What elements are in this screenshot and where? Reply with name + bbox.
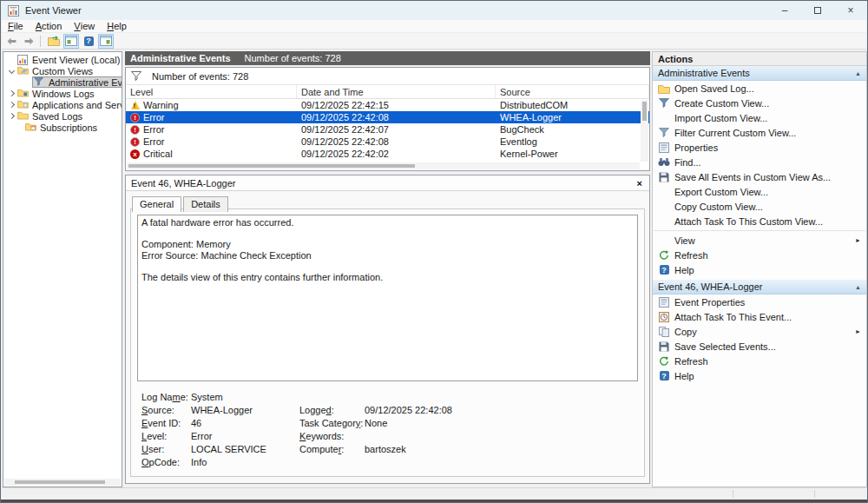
tree-horizontal-scrollbar[interactable] [4, 479, 121, 486]
action-create-custom-view[interactable]: Create Custom View... [653, 96, 866, 110]
action-event-properties[interactable]: Event Properties [653, 295, 866, 309]
tree-item-event-viewer-local[interactable]: Event Viewer (Local) [3, 54, 122, 65]
collapse-icon[interactable]: ▲ [855, 70, 861, 76]
subscriptions-folder-icon [25, 122, 36, 132]
status-bar-separator [814, 490, 815, 498]
scrollbar-thumb[interactable] [642, 102, 647, 121]
action-find[interactable]: Find... [653, 155, 866, 169]
field-label-task-category: Task Category: [299, 418, 365, 428]
minimize-icon: – [782, 4, 788, 17]
action-save-selected-events[interactable]: Save Selected Events... [653, 339, 866, 354]
action-copy-custom-view[interactable]: Copy Custom View... [653, 199, 866, 214]
tab-general[interactable]: General [132, 196, 181, 212]
show-action-pane-button[interactable] [98, 34, 114, 49]
action-view-submenu[interactable]: View ► [653, 233, 866, 248]
action-save-all-events-as[interactable]: Save All Events in Custom View As... [653, 169, 866, 184]
show-console-tree-button[interactable] [63, 34, 79, 49]
taskbar-edge [1, 500, 867, 502]
tree-item-custom-views[interactable]: Custom Views [3, 65, 122, 76]
field-row: Event ID: 46 Task Category: None [141, 416, 638, 429]
back-button[interactable] [3, 34, 19, 49]
action-attach-task-to-event[interactable]: Attach Task To This Event... [653, 309, 866, 324]
event-row[interactable]: xCritical 09/12/2025 22:42:02 Kernel-Pow… [126, 148, 649, 160]
preview-header: Event 46, WHEA-Logger × [126, 175, 649, 191]
tree-item-subscriptions[interactable]: Subscriptions [3, 122, 122, 133]
action-open-saved-log[interactable]: Open Saved Log... [653, 81, 866, 96]
action-attach-task-to-custom-view[interactable]: Attach Task To This Custom View... [653, 214, 866, 228]
help-button[interactable] [81, 34, 96, 49]
export-log-button[interactable] [46, 34, 62, 49]
scrollbar-thumb[interactable] [15, 480, 105, 484]
preview-close-button[interactable]: × [637, 178, 642, 189]
event-description[interactable]: A fatal hardware error has occurred. Com… [137, 215, 638, 381]
tree-item-administrative-events[interactable]: Administrative Events [3, 76, 122, 88]
field-label-user: User: [141, 444, 191, 454]
event-row[interactable]: !Error 09/12/2025 22:42:08 Eventlog [126, 136, 649, 148]
expander-closed-icon[interactable] [9, 90, 15, 96]
scrollbar-thumb[interactable] [128, 164, 415, 168]
menu-action[interactable]: Action [30, 20, 69, 33]
field-label-source: Source: [141, 405, 191, 415]
close-button[interactable]: × [834, 1, 867, 20]
folder-icon [17, 100, 29, 109]
actions-section-administrative-events[interactable]: Administrative Events ▲ [653, 66, 866, 81]
event-row[interactable]: Warning 09/12/2025 22:42:15 DistributedC… [126, 99, 649, 111]
column-header-level[interactable]: Level [126, 85, 297, 98]
action-properties[interactable]: Properties [653, 140, 866, 155]
event-list: Number of events: 728 Level Date and Tim… [125, 67, 650, 171]
field-value-source: WHEA-Logger [191, 405, 299, 415]
tree-item-saved-logs[interactable]: Saved Logs [3, 110, 122, 122]
copy-icon [657, 327, 671, 337]
expander-closed-icon[interactable] [9, 113, 15, 119]
forward-button[interactable] [21, 34, 36, 49]
actions-pane: Actions Administrative Events ▲ Open Sav… [652, 51, 867, 487]
tab-details[interactable]: Details [183, 196, 228, 212]
results-pane-count: Number of events: 728 [245, 53, 341, 63]
event-row[interactable]: !Error 09/12/2025 22:42:07 BugCheck [126, 123, 649, 136]
save-icon [657, 341, 671, 352]
field-value-log-name: System [191, 392, 299, 402]
tree-item-windows-logs[interactable]: Windows Logs [3, 88, 122, 99]
menu-file[interactable]: File [2, 20, 30, 33]
open-folder-icon [657, 83, 671, 94]
minimize-button[interactable]: – [768, 1, 801, 20]
titlebar: Event Viewer – × [1, 1, 867, 20]
toolbar-separator [40, 36, 41, 47]
tree-item-applications-services-logs[interactable]: Applications and Services Lo [3, 99, 122, 110]
back-arrow-icon [6, 37, 17, 45]
action-refresh-event[interactable]: Refresh [653, 354, 866, 368]
event-row-selected[interactable]: !Error 09/12/2025 22:42:08 WHEA-Logger [126, 111, 649, 123]
action-refresh[interactable]: Refresh [653, 248, 866, 262]
action-filter-current-custom-view[interactable]: Filter Current Custom View... [653, 125, 866, 140]
column-headers: Level Date and Time Source [126, 85, 649, 99]
field-value-level: Error [191, 431, 299, 441]
action-pane-window-icon [100, 36, 112, 46]
action-help-event[interactable]: Help [653, 368, 866, 383]
field-row: Source: WHEA-Logger Logged: 09/12/2025 2… [141, 403, 638, 416]
event-preview-pane: Event 46, WHEA-Logger × General Details … [125, 175, 650, 484]
action-copy-submenu[interactable]: Copy ► [653, 324, 866, 339]
maximize-button[interactable] [801, 1, 834, 20]
menu-view[interactable]: View [68, 20, 101, 33]
actions-section-event-46[interactable]: Event 46, WHEA-Logger ▲ [653, 280, 866, 295]
field-label-event-id: Event ID: [141, 418, 191, 428]
actions-separator [654, 230, 865, 231]
field-value-computer: bartoszek [365, 444, 638, 454]
folder-icon [17, 111, 29, 121]
expander-open-icon[interactable] [9, 68, 15, 74]
field-label-computer: Computer: [299, 444, 365, 454]
column-header-source[interactable]: Source [496, 85, 649, 98]
filter-funnel-icon [131, 71, 141, 81]
field-row: Level: Error Keywords: [141, 429, 638, 442]
action-export-custom-view[interactable]: Export Custom View... [653, 184, 866, 199]
action-help[interactable]: Help [653, 262, 866, 277]
list-vertical-scrollbar[interactable] [641, 100, 648, 162]
field-label-logged: Logged: [299, 405, 365, 415]
column-header-date-time[interactable]: Date and Time [297, 85, 496, 98]
collapse-icon[interactable]: ▲ [855, 284, 861, 290]
action-import-custom-view[interactable]: Import Custom View... [653, 110, 866, 125]
expander-closed-icon[interactable] [9, 102, 15, 108]
list-horizontal-scrollbar[interactable] [127, 162, 640, 169]
results-pane-header: Administrative Events Number of events: … [125, 51, 650, 65]
menu-help[interactable]: Help [101, 20, 133, 33]
